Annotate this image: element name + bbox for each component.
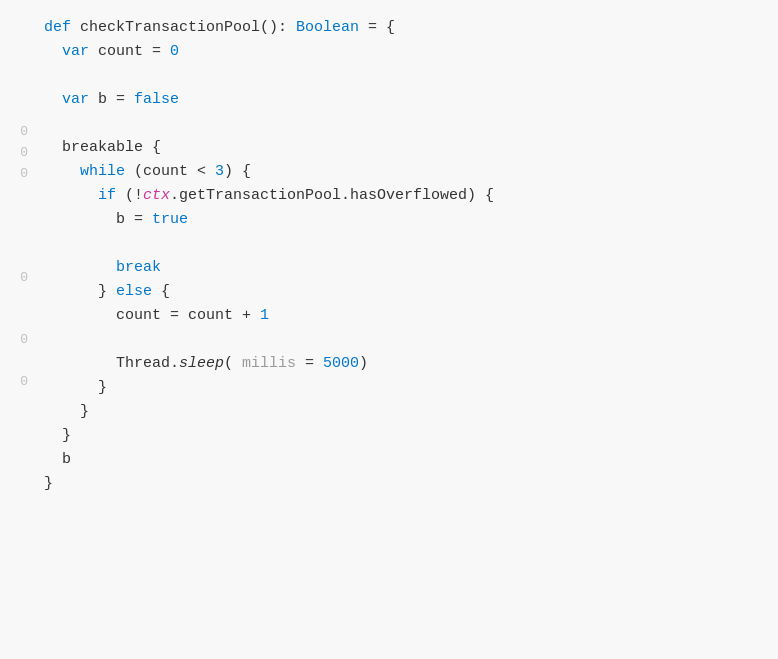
thread-prefix: Thread. bbox=[44, 355, 179, 372]
ln-9 bbox=[0, 184, 28, 205]
num-0: 0 bbox=[170, 43, 179, 60]
indent-11 bbox=[44, 259, 116, 276]
ln-6: 0 bbox=[0, 122, 28, 143]
code-line-13: count = count + 1 bbox=[44, 304, 778, 328]
ln-15 bbox=[0, 309, 28, 330]
keyword-if: if bbox=[98, 187, 116, 204]
ln-19 bbox=[0, 392, 28, 413]
line-numbers: 0 0 0 0 0 0 bbox=[0, 16, 36, 643]
while-cond: (count < bbox=[125, 163, 215, 180]
param-5000: 5000 bbox=[323, 355, 359, 372]
ln-11 bbox=[0, 226, 28, 247]
function-name: checkTransactionPool bbox=[80, 19, 260, 36]
sleep-paren: ( bbox=[224, 355, 242, 372]
ln-2 bbox=[0, 39, 28, 60]
ln-5 bbox=[0, 101, 28, 122]
close-if: } bbox=[44, 283, 116, 300]
code-editor: 0 0 0 0 0 0 def checkTransactionPool(): … bbox=[0, 0, 778, 659]
code-line-18: } bbox=[44, 424, 778, 448]
code-line-17: } bbox=[44, 400, 778, 424]
sleep-close: ) bbox=[359, 355, 368, 372]
code-line-3 bbox=[44, 64, 778, 88]
ln-1 bbox=[0, 18, 28, 39]
code-line-8: if (!ctx.getTransactionPool.hasOverflowe… bbox=[44, 184, 778, 208]
indent-9: b = bbox=[44, 211, 152, 228]
code-line-2: var count = 0 bbox=[44, 40, 778, 64]
indent-7 bbox=[44, 163, 80, 180]
close-while: } bbox=[44, 403, 89, 420]
code-line-19: b bbox=[44, 448, 778, 472]
ln-3 bbox=[0, 60, 28, 81]
ln-17 bbox=[0, 351, 28, 372]
ln-12 bbox=[0, 247, 28, 268]
ln-8: 0 bbox=[0, 164, 28, 185]
code-line-14 bbox=[44, 328, 778, 352]
code-line-10 bbox=[44, 232, 778, 256]
close-def: } bbox=[44, 475, 53, 492]
breakable: breakable { bbox=[44, 139, 161, 156]
else-brace: { bbox=[152, 283, 170, 300]
param-eq: = bbox=[296, 355, 323, 372]
num-3: 3 bbox=[215, 163, 224, 180]
code-line-6: breakable { bbox=[44, 136, 778, 160]
close-breakable: } bbox=[44, 427, 71, 444]
keyword-var-2: var bbox=[62, 91, 98, 108]
code-line-9: b = true bbox=[44, 208, 778, 232]
ln-10 bbox=[0, 205, 28, 226]
ln-13: 0 bbox=[0, 268, 28, 289]
ln-20 bbox=[0, 413, 28, 434]
code-line-4: var b = false bbox=[44, 88, 778, 112]
while-brace: ) { bbox=[224, 163, 251, 180]
bool-false: false bbox=[134, 91, 179, 108]
code-line-1: def checkTransactionPool(): Boolean = { bbox=[44, 16, 778, 40]
ln-14 bbox=[0, 288, 28, 309]
keyword-else: else bbox=[116, 283, 152, 300]
code-line-12: } else { bbox=[44, 280, 778, 304]
ln-16: 0 bbox=[0, 330, 28, 351]
ln-4 bbox=[0, 80, 28, 101]
syntax-eq: = { bbox=[359, 19, 395, 36]
close-else: } bbox=[44, 379, 107, 396]
code-line-11: break bbox=[44, 256, 778, 280]
param-millis: millis bbox=[242, 355, 296, 372]
var-b: b = bbox=[98, 91, 134, 108]
syntax-paren: (): bbox=[260, 19, 296, 36]
num-1: 1 bbox=[260, 307, 269, 324]
if-open: (! bbox=[116, 187, 143, 204]
ctx-var: ctx bbox=[143, 187, 170, 204]
return-type: Boolean bbox=[296, 19, 359, 36]
indent-8 bbox=[44, 187, 98, 204]
keyword-var-1: var bbox=[62, 43, 98, 60]
ln-18: 0 bbox=[0, 372, 28, 393]
sleep-method: sleep bbox=[179, 355, 224, 372]
indent-2 bbox=[44, 43, 62, 60]
count-assign: count = count + bbox=[44, 307, 260, 324]
return-b: b bbox=[44, 451, 71, 468]
bool-true: true bbox=[152, 211, 188, 228]
code-line-15: Thread.sleep( millis = 5000) bbox=[44, 352, 778, 376]
keyword-def: def bbox=[44, 19, 80, 36]
indent-4 bbox=[44, 91, 62, 108]
code-line-16: } bbox=[44, 376, 778, 400]
keyword-break: break bbox=[116, 259, 161, 276]
var-count: count = bbox=[98, 43, 170, 60]
if-method: .getTransactionPool.hasOverflowed) { bbox=[170, 187, 494, 204]
keyword-while: while bbox=[80, 163, 125, 180]
code-line-5 bbox=[44, 112, 778, 136]
ln-7: 0 bbox=[0, 143, 28, 164]
code-lines: def checkTransactionPool(): Boolean = { … bbox=[36, 16, 778, 643]
code-line-7: while (count < 3) { bbox=[44, 160, 778, 184]
code-line-20: } bbox=[44, 472, 778, 496]
